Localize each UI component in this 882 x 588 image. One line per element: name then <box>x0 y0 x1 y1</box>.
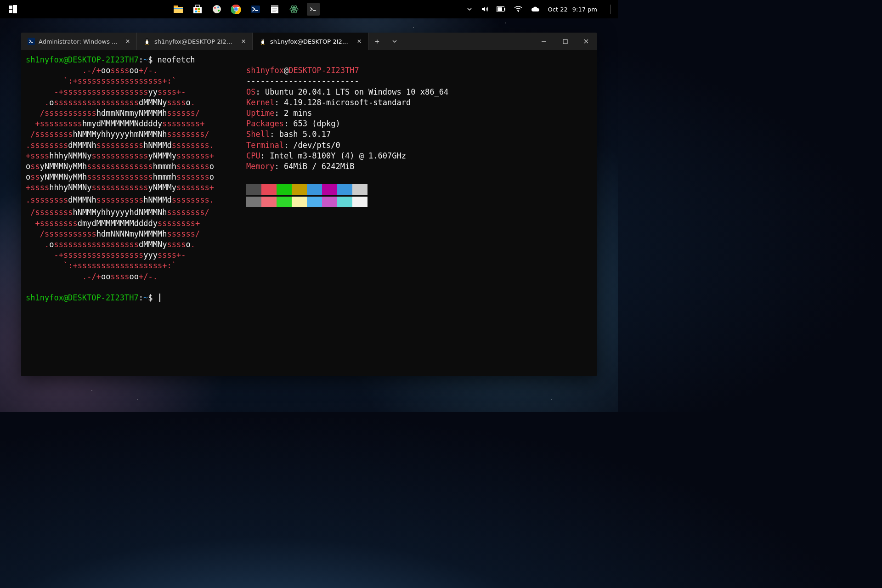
minimize-button[interactable] <box>533 33 554 50</box>
tray-onedrive-icon[interactable] <box>531 6 540 12</box>
svg-rect-10 <box>198 8 200 10</box>
tab-dropdown-button[interactable] <box>386 33 403 50</box>
system-tray: Oct 22 9:17 pm <box>466 6 597 13</box>
svg-point-41 <box>147 40 148 41</box>
taskbar-app-atom[interactable] <box>288 3 300 16</box>
tab-close-button[interactable]: ✕ <box>124 37 132 45</box>
tab-close-button[interactable]: ✕ <box>355 37 363 45</box>
tab-strip: Administrator: Windows PowerS ✕ sh1nyfox… <box>21 33 368 50</box>
tray-volume-icon[interactable] <box>481 6 488 13</box>
taskbar-app-notepad[interactable] <box>268 3 281 16</box>
tab-label: sh1nyfox@DESKTOP-2I23TH7: / <box>154 38 236 45</box>
svg-point-20 <box>235 8 237 10</box>
svg-point-40 <box>147 40 148 40</box>
taskbar-app-file-explorer[interactable] <box>172 3 185 16</box>
tray-wifi-icon[interactable] <box>514 6 522 12</box>
svg-point-15 <box>217 6 219 8</box>
svg-point-27 <box>293 8 295 10</box>
svg-rect-23 <box>271 5 278 7</box>
svg-rect-34 <box>498 7 502 11</box>
tray-time: 9:17 pm <box>572 6 597 13</box>
svg-rect-33 <box>504 8 505 11</box>
tux-icon <box>259 38 266 45</box>
svg-rect-4 <box>174 7 183 13</box>
svg-point-46 <box>262 40 264 41</box>
svg-rect-6 <box>174 8 183 9</box>
tab-label: Administrator: Windows PowerS <box>39 38 120 45</box>
taskbar-app-powershell[interactable] <box>249 3 262 16</box>
terminal-output: sh1nyfox@DESKTOP-2I23TH7:~$ neofetch .-/… <box>26 55 592 303</box>
tray-datetime[interactable]: Oct 22 9:17 pm <box>548 6 597 13</box>
svg-rect-11 <box>195 11 197 12</box>
terminal-body[interactable]: sh1nyfox@DESKTOP-2I23TH7:~$ neofetch .-/… <box>21 50 597 376</box>
svg-rect-48 <box>563 40 567 44</box>
svg-point-16 <box>218 10 220 11</box>
svg-rect-9 <box>195 8 197 10</box>
svg-point-13 <box>213 5 221 13</box>
svg-rect-1 <box>13 5 17 9</box>
tray-separator <box>610 5 611 14</box>
maximize-button[interactable] <box>554 33 576 50</box>
svg-point-39 <box>146 40 147 40</box>
taskbar: Oct 22 9:17 pm <box>0 0 618 18</box>
titlebar[interactable]: Administrator: Windows PowerS ✕ sh1nyfox… <box>21 33 597 50</box>
svg-rect-12 <box>198 11 200 12</box>
tab-label: sh1nyfox@DESKTOP-2I23TH7: ~ <box>270 38 351 45</box>
start-button[interactable] <box>6 3 19 16</box>
svg-rect-31 <box>309 6 318 13</box>
tab-powershell[interactable]: Administrator: Windows PowerS ✕ <box>21 33 137 50</box>
tray-battery-icon[interactable] <box>497 6 506 12</box>
powershell-icon <box>28 38 35 45</box>
svg-rect-8 <box>196 5 199 7</box>
tab-close-button[interactable]: ✕ <box>239 37 248 45</box>
tray-chevron-icon[interactable] <box>466 6 473 12</box>
svg-point-44 <box>262 40 263 40</box>
tux-icon <box>143 38 151 45</box>
svg-point-35 <box>517 11 518 12</box>
svg-rect-5 <box>174 6 178 7</box>
svg-point-14 <box>214 7 216 9</box>
svg-rect-0 <box>9 6 12 9</box>
close-button[interactable] <box>576 33 597 50</box>
svg-rect-3 <box>13 9 17 13</box>
tray-date: Oct 22 <box>548 6 568 13</box>
new-tab-button[interactable]: ＋ <box>368 33 386 50</box>
taskbar-app-paint[interactable] <box>210 3 223 16</box>
taskbar-app-windows-terminal[interactable] <box>307 3 320 16</box>
tab-wsl-home[interactable]: sh1nyfox@DESKTOP-2I23TH7: ~ ✕ <box>253 33 368 50</box>
taskbar-app-microsoft-store[interactable] <box>191 3 204 16</box>
svg-rect-2 <box>9 10 12 13</box>
taskbar-app-chrome[interactable] <box>230 3 243 16</box>
terminal-window: Administrator: Windows PowerS ✕ sh1nyfox… <box>21 33 597 376</box>
svg-point-45 <box>263 40 264 40</box>
tab-wsl-root[interactable]: sh1nyfox@DESKTOP-2I23TH7: / ✕ <box>137 33 253 50</box>
